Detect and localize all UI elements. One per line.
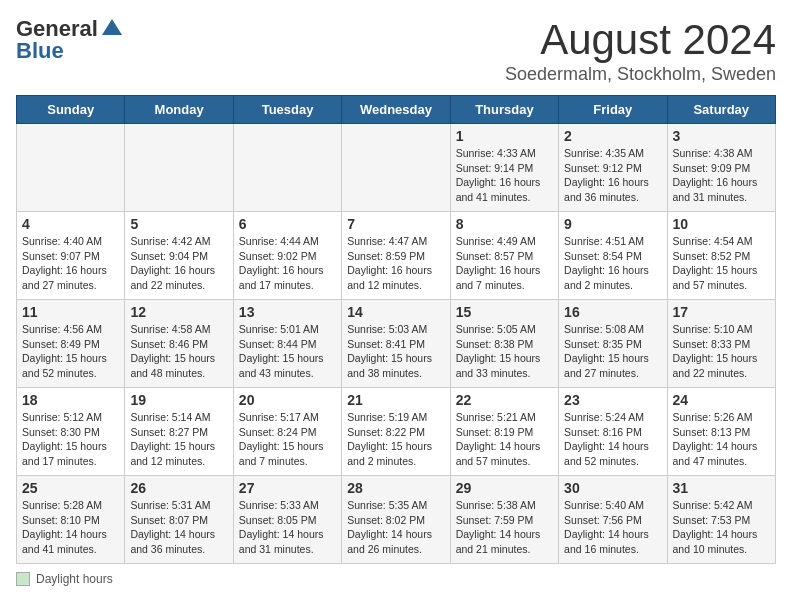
cell-info: Sunrise: 5:05 AM Sunset: 8:38 PM Dayligh… [456,322,553,381]
calendar-cell: 26Sunrise: 5:31 AM Sunset: 8:07 PM Dayli… [125,476,233,564]
calendar-cell: 29Sunrise: 5:38 AM Sunset: 7:59 PM Dayli… [450,476,558,564]
day-number: 22 [456,392,553,408]
cell-info: Sunrise: 5:17 AM Sunset: 8:24 PM Dayligh… [239,410,336,469]
logo-blue: Blue [16,38,64,64]
calendar-cell: 27Sunrise: 5:33 AM Sunset: 8:05 PM Dayli… [233,476,341,564]
day-number: 26 [130,480,227,496]
cell-info: Sunrise: 5:24 AM Sunset: 8:16 PM Dayligh… [564,410,661,469]
calendar-cell: 8Sunrise: 4:49 AM Sunset: 8:57 PM Daylig… [450,212,558,300]
day-number: 11 [22,304,119,320]
calendar-cell [125,124,233,212]
column-header-thursday: Thursday [450,96,558,124]
cell-info: Sunrise: 5:42 AM Sunset: 7:53 PM Dayligh… [673,498,770,557]
calendar-cell: 12Sunrise: 4:58 AM Sunset: 8:46 PM Dayli… [125,300,233,388]
column-header-sunday: Sunday [17,96,125,124]
cell-info: Sunrise: 4:40 AM Sunset: 9:07 PM Dayligh… [22,234,119,293]
legend: Daylight hours [16,572,776,586]
day-number: 17 [673,304,770,320]
cell-info: Sunrise: 4:58 AM Sunset: 8:46 PM Dayligh… [130,322,227,381]
cell-info: Sunrise: 5:08 AM Sunset: 8:35 PM Dayligh… [564,322,661,381]
calendar-cell: 25Sunrise: 5:28 AM Sunset: 8:10 PM Dayli… [17,476,125,564]
cell-info: Sunrise: 4:38 AM Sunset: 9:09 PM Dayligh… [673,146,770,205]
day-number: 28 [347,480,444,496]
calendar-cell: 4Sunrise: 4:40 AM Sunset: 9:07 PM Daylig… [17,212,125,300]
day-number: 27 [239,480,336,496]
cell-info: Sunrise: 4:51 AM Sunset: 8:54 PM Dayligh… [564,234,661,293]
calendar-cell: 18Sunrise: 5:12 AM Sunset: 8:30 PM Dayli… [17,388,125,476]
day-number: 7 [347,216,444,232]
calendar-table: SundayMondayTuesdayWednesdayThursdayFrid… [16,95,776,564]
page-header: General Blue August 2024 Soedermalm, Sto… [16,16,776,85]
cell-info: Sunrise: 5:33 AM Sunset: 8:05 PM Dayligh… [239,498,336,557]
day-number: 18 [22,392,119,408]
cell-info: Sunrise: 4:54 AM Sunset: 8:52 PM Dayligh… [673,234,770,293]
cell-info: Sunrise: 5:14 AM Sunset: 8:27 PM Dayligh… [130,410,227,469]
calendar-cell: 6Sunrise: 4:44 AM Sunset: 9:02 PM Daylig… [233,212,341,300]
cell-info: Sunrise: 4:42 AM Sunset: 9:04 PM Dayligh… [130,234,227,293]
cell-info: Sunrise: 5:40 AM Sunset: 7:56 PM Dayligh… [564,498,661,557]
day-number: 23 [564,392,661,408]
cell-info: Sunrise: 4:44 AM Sunset: 9:02 PM Dayligh… [239,234,336,293]
day-number: 24 [673,392,770,408]
day-number: 4 [22,216,119,232]
calendar-cell: 22Sunrise: 5:21 AM Sunset: 8:19 PM Dayli… [450,388,558,476]
calendar-cell: 20Sunrise: 5:17 AM Sunset: 8:24 PM Dayli… [233,388,341,476]
day-number: 21 [347,392,444,408]
day-number: 15 [456,304,553,320]
calendar-cell: 23Sunrise: 5:24 AM Sunset: 8:16 PM Dayli… [559,388,667,476]
cell-info: Sunrise: 4:49 AM Sunset: 8:57 PM Dayligh… [456,234,553,293]
cell-info: Sunrise: 4:35 AM Sunset: 9:12 PM Dayligh… [564,146,661,205]
day-number: 25 [22,480,119,496]
calendar-subtitle: Soedermalm, Stockholm, Sweden [505,64,776,85]
calendar-cell: 21Sunrise: 5:19 AM Sunset: 8:22 PM Dayli… [342,388,450,476]
cell-info: Sunrise: 4:33 AM Sunset: 9:14 PM Dayligh… [456,146,553,205]
calendar-cell: 3Sunrise: 4:38 AM Sunset: 9:09 PM Daylig… [667,124,775,212]
cell-info: Sunrise: 5:21 AM Sunset: 8:19 PM Dayligh… [456,410,553,469]
day-number: 8 [456,216,553,232]
day-number: 5 [130,216,227,232]
logo-icon [100,17,124,41]
cell-info: Sunrise: 5:19 AM Sunset: 8:22 PM Dayligh… [347,410,444,469]
column-header-tuesday: Tuesday [233,96,341,124]
calendar-cell: 1Sunrise: 4:33 AM Sunset: 9:14 PM Daylig… [450,124,558,212]
day-number: 16 [564,304,661,320]
calendar-cell: 11Sunrise: 4:56 AM Sunset: 8:49 PM Dayli… [17,300,125,388]
cell-info: Sunrise: 5:01 AM Sunset: 8:44 PM Dayligh… [239,322,336,381]
calendar-cell: 31Sunrise: 5:42 AM Sunset: 7:53 PM Dayli… [667,476,775,564]
calendar-cell: 14Sunrise: 5:03 AM Sunset: 8:41 PM Dayli… [342,300,450,388]
calendar-cell: 13Sunrise: 5:01 AM Sunset: 8:44 PM Dayli… [233,300,341,388]
calendar-cell: 17Sunrise: 5:10 AM Sunset: 8:33 PM Dayli… [667,300,775,388]
week-row-4: 18Sunrise: 5:12 AM Sunset: 8:30 PM Dayli… [17,388,776,476]
cell-info: Sunrise: 5:03 AM Sunset: 8:41 PM Dayligh… [347,322,444,381]
svg-marker-0 [102,19,122,35]
cell-info: Sunrise: 5:26 AM Sunset: 8:13 PM Dayligh… [673,410,770,469]
day-number: 20 [239,392,336,408]
legend-box [16,572,30,586]
day-number: 12 [130,304,227,320]
week-row-3: 11Sunrise: 4:56 AM Sunset: 8:49 PM Dayli… [17,300,776,388]
day-number: 6 [239,216,336,232]
logo: General Blue [16,16,124,64]
calendar-cell: 7Sunrise: 4:47 AM Sunset: 8:59 PM Daylig… [342,212,450,300]
calendar-header-row: SundayMondayTuesdayWednesdayThursdayFrid… [17,96,776,124]
cell-info: Sunrise: 5:31 AM Sunset: 8:07 PM Dayligh… [130,498,227,557]
calendar-cell: 5Sunrise: 4:42 AM Sunset: 9:04 PM Daylig… [125,212,233,300]
calendar-cell: 2Sunrise: 4:35 AM Sunset: 9:12 PM Daylig… [559,124,667,212]
day-number: 31 [673,480,770,496]
day-number: 2 [564,128,661,144]
day-number: 29 [456,480,553,496]
column-header-saturday: Saturday [667,96,775,124]
day-number: 9 [564,216,661,232]
week-row-5: 25Sunrise: 5:28 AM Sunset: 8:10 PM Dayli… [17,476,776,564]
calendar-cell [17,124,125,212]
column-header-wednesday: Wednesday [342,96,450,124]
cell-info: Sunrise: 5:38 AM Sunset: 7:59 PM Dayligh… [456,498,553,557]
calendar-cell: 9Sunrise: 4:51 AM Sunset: 8:54 PM Daylig… [559,212,667,300]
cell-info: Sunrise: 5:10 AM Sunset: 8:33 PM Dayligh… [673,322,770,381]
day-number: 14 [347,304,444,320]
day-number: 1 [456,128,553,144]
calendar-cell: 16Sunrise: 5:08 AM Sunset: 8:35 PM Dayli… [559,300,667,388]
cell-info: Sunrise: 5:28 AM Sunset: 8:10 PM Dayligh… [22,498,119,557]
calendar-cell: 15Sunrise: 5:05 AM Sunset: 8:38 PM Dayli… [450,300,558,388]
calendar-cell: 10Sunrise: 4:54 AM Sunset: 8:52 PM Dayli… [667,212,775,300]
